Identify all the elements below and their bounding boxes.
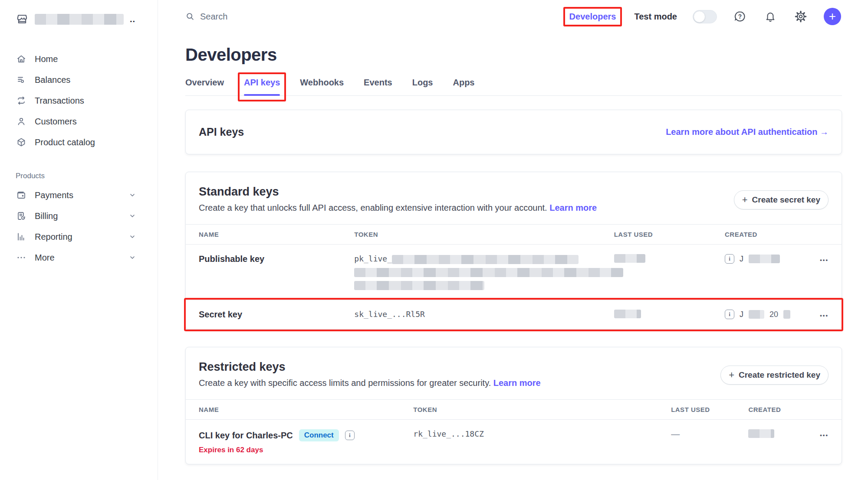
search-input[interactable]: Search [185, 12, 227, 22]
standard-keys-card: Standard keys Create a key that unlocks … [185, 172, 842, 330]
standard-keys-learn-more-link[interactable]: Learn more [549, 203, 597, 212]
key-name: CLI key for Charles-PC [199, 431, 293, 441]
key-last-used [614, 300, 725, 329]
sidebar-item-transactions[interactable]: Transactions [16, 90, 158, 111]
chevron-down-icon [129, 254, 136, 261]
overflow-menu-icon[interactable]: ••• [820, 432, 829, 438]
transactions-icon [16, 95, 27, 106]
info-icon[interactable]: i [725, 310, 734, 319]
row-actions: ••• [810, 245, 842, 300]
expires-note: Expires in 62 days [199, 446, 413, 454]
bar-chart-icon [16, 231, 27, 242]
token-redacted [354, 281, 484, 290]
tab-apps[interactable]: Apps [453, 78, 474, 95]
help-icon[interactable]: ? [733, 9, 747, 24]
key-last-used [614, 245, 725, 300]
key-token[interactable]: sk_live_...Rl5R [354, 300, 614, 329]
api-keys-header-card: API keys Learn more about API authentica… [185, 110, 842, 154]
sidebar-nav: Home Balances Transactions [16, 49, 158, 153]
tab-api-keys[interactable]: API keys [244, 78, 280, 95]
column-header-last-used: LAST USED [614, 231, 725, 238]
column-header-created: CREATED [725, 231, 810, 238]
package-icon [16, 137, 27, 148]
tab-webhooks[interactable]: Webhooks [300, 78, 344, 95]
create-restricted-key-button[interactable]: + Create restricted key [720, 366, 829, 385]
create-secret-key-button[interactable]: + Create secret key [734, 190, 829, 209]
standard-keys-table-header: NAME TOKEN LAST USED CREATED [186, 224, 842, 245]
settings-gear-icon[interactable] [793, 9, 808, 24]
key-created: i J 20 [725, 300, 810, 329]
active-tab-underline [244, 94, 280, 96]
restricted-keys-description: Create a key with specific access limits… [199, 378, 541, 388]
search-placeholder: Search [200, 12, 227, 22]
sidebar-products-nav: Payments Billing [16, 185, 158, 268]
token-redacted [392, 255, 579, 264]
last-used-redacted [614, 310, 641, 318]
sidebar-item-reporting[interactable]: Reporting [16, 226, 158, 247]
info-icon[interactable]: i [725, 254, 734, 264]
developers-link[interactable]: Developers [567, 8, 619, 25]
column-header-last-used: LAST USED [671, 406, 748, 413]
restricted-keys-table: NAME TOKEN LAST USED CREATED CLI key for… [186, 399, 842, 464]
column-header-name: NAME [186, 406, 413, 413]
key-created [748, 420, 814, 464]
create-plus-button[interactable]: + [824, 8, 841, 25]
sidebar-item-customers[interactable]: Customers [16, 111, 158, 132]
sidebar-item-more[interactable]: More [16, 247, 158, 268]
key-token[interactable]: rk_live_...18CZ [413, 420, 671, 464]
overflow-menu-icon[interactable]: ••• [820, 312, 829, 319]
restricted-keys-card: Restricted keys Create a key with specif… [185, 347, 842, 464]
tab-bar: Overview API keys Webhooks Events Logs A… [185, 78, 842, 96]
restricted-keys-learn-more-link[interactable]: Learn more [493, 378, 541, 388]
sidebar-item-product-catalog[interactable]: Product catalog [16, 132, 158, 153]
row-actions: ••• [810, 300, 842, 329]
toggle-knob [694, 11, 705, 23]
topbar: Search Developers Test mode ? [158, 0, 868, 33]
sidebar-item-billing[interactable]: Billing [16, 206, 158, 226]
table-row-cli-key: CLI key for Charles-PC Connect i Expires… [186, 420, 842, 464]
plus-icon: + [729, 370, 734, 380]
chevron-down-icon [129, 192, 136, 199]
standard-keys-table: NAME TOKEN LAST USED CREATED Publishable… [186, 224, 842, 329]
sidebar-item-balances[interactable]: Balances [16, 69, 158, 90]
overflow-menu-icon[interactable]: ••• [820, 257, 829, 263]
account-name-redacted [35, 14, 124, 25]
restricted-keys-table-header: NAME TOKEN LAST USED CREATED [186, 399, 842, 420]
sidebar-item-label: Product catalog [35, 137, 95, 147]
tab-overview[interactable]: Overview [185, 78, 224, 95]
sidebar-item-label: Reporting [35, 232, 72, 242]
topbar-actions: Developers Test mode ? [567, 8, 841, 25]
created-redacted [749, 255, 780, 263]
sidebar-section-products: Products [16, 172, 158, 180]
row-actions: ••• [814, 420, 842, 464]
chevron-down-icon [129, 233, 136, 240]
key-created: i J [725, 245, 810, 300]
learn-more-api-auth-link[interactable]: Learn more about API authentication → [666, 127, 829, 137]
key-name-cell: CLI key for Charles-PC Connect i Expires… [186, 420, 413, 464]
tab-logs[interactable]: Logs [412, 78, 433, 95]
account-switcher[interactable]: .. [16, 10, 158, 28]
info-icon[interactable]: i [345, 431, 355, 440]
sidebar-item-label: Payments [35, 190, 73, 200]
standard-keys-title: Standard keys [199, 185, 597, 199]
created-redacted [749, 310, 764, 319]
key-token[interactable]: pk_live_ [354, 245, 614, 300]
created-redacted [748, 429, 774, 438]
home-icon [16, 53, 27, 65]
tab-events[interactable]: Events [364, 78, 392, 95]
sidebar: .. Home Balances [0, 0, 158, 480]
page-content: Developers Overview API keys Webhooks Ev… [158, 33, 868, 464]
sidebar-item-payments[interactable]: Payments [16, 185, 158, 206]
invoice-icon [16, 210, 27, 222]
token-redacted [354, 268, 623, 277]
sidebar-item-label: Balances [35, 75, 70, 85]
column-header-created: CREATED [748, 406, 814, 413]
notifications-bell-icon[interactable] [763, 9, 778, 24]
test-mode-toggle[interactable] [693, 10, 717, 23]
sidebar-item-home[interactable]: Home [16, 49, 158, 69]
column-header-token: TOKEN [354, 231, 614, 238]
balances-icon [16, 74, 27, 85]
key-name: Publishable key [186, 245, 354, 300]
standard-keys-description: Create a key that unlocks full API acces… [199, 203, 597, 213]
api-keys-card-title: API keys [199, 126, 244, 138]
